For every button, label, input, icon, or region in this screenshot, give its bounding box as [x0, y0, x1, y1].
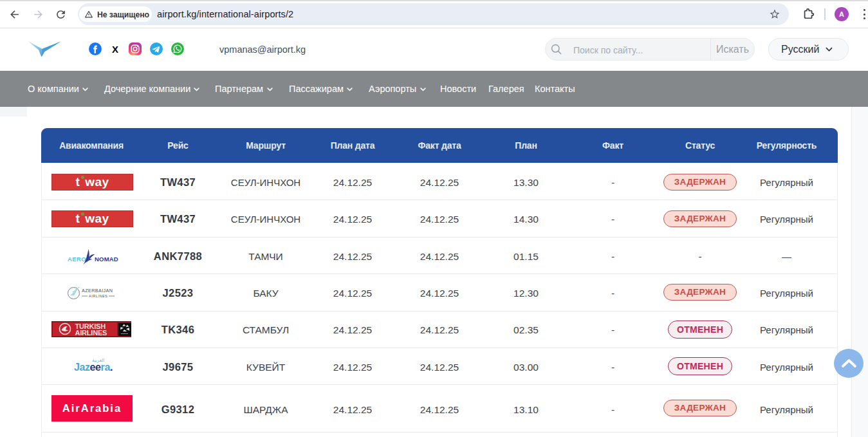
svg-text:AERO: AERO — [68, 256, 86, 263]
svg-text:NOMAD: NOMAD — [95, 256, 118, 263]
svg-text:AZERBAIJAN: AZERBAIJAN — [82, 288, 113, 293]
svg-text:AIRLINES: AIRLINES — [89, 294, 107, 298]
